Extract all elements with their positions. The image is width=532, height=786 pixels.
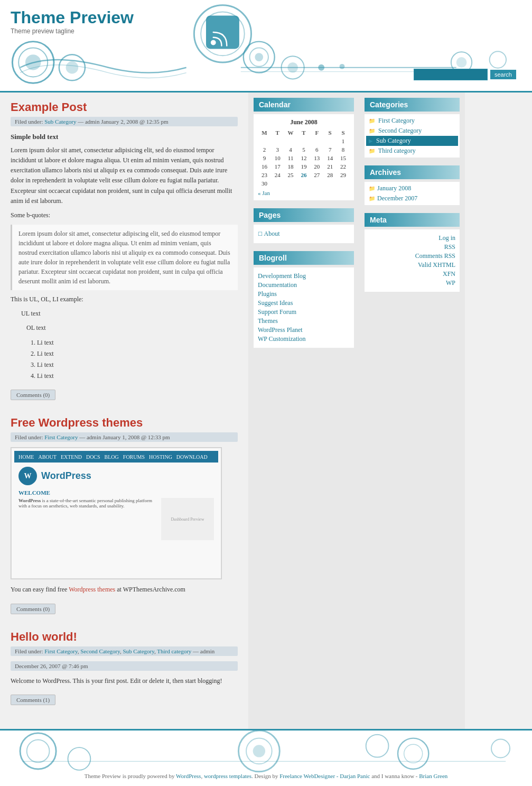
meta-login[interactable]: Log in [438,234,455,242]
blogroll-link-2[interactable]: Plugins [258,290,277,298]
cal-cell: 11 [284,154,297,162]
list-item: WP Customization [258,335,350,344]
footer-text: Theme Preview is proudly powered by Word… [0,773,532,779]
footer-wp-link[interactable]: WordPress [176,773,201,779]
wp-themes-link[interactable]: Wordpress themes [69,586,115,593]
footer-designer-link[interactable]: Freelance WebDesigner - Darjan Panic [279,773,370,779]
blogroll-link-1[interactable]: Documentation [258,281,297,289]
cal-row-1: 1 [258,137,350,145]
footer-templates-link[interactable]: wordpress templates [204,773,251,779]
list-item: Li text [37,349,238,359]
cal-cell: 22 [337,162,350,171]
archive-icon: 📁 [369,196,375,201]
cal-row-6: 30 [258,179,350,188]
meta-wp[interactable]: WP [446,279,455,286]
cal-th-w: W [284,128,297,137]
page-link-about[interactable]: About [264,230,280,237]
wp-nav-docs: DOCS [86,454,100,460]
post-title-link-hello[interactable]: Hello world! [11,630,77,643]
wp-nav-about: ABOUT [38,454,56,460]
list-item: Plugins [258,290,350,299]
post-title-hello: Hello world! [11,630,238,644]
list-item: Suggest Ideas [258,299,350,308]
cal-cell: 28 [323,171,337,179]
comments-link-wp[interactable]: Comments (0) [11,604,55,614]
svg-point-4 [66,61,79,74]
wp-nav-forums: FORUMS [123,454,145,460]
archive-link-dec2007[interactable]: 📁 December 2007 [369,195,455,202]
post-category-link[interactable]: Sub Category [44,118,76,125]
cat-link-first[interactable]: First Category [44,648,78,654]
categories-widget-title: Categories [365,98,460,112]
meta-comments-rss[interactable]: Comments RSS [415,252,455,260]
post-meta-wp-themes: Filed under: First Category — admin Janu… [11,432,238,442]
svg-point-26 [253,745,265,757]
post-blockquote: Lorem ipsum dolor sit amet, consectetur … [11,225,238,290]
post-wp-themes: Free Wordpress themes Filed under: First… [11,416,238,614]
cal-cell [297,179,311,188]
list-item: Support Forum [258,308,350,317]
meta-list: Log in RSS Comments RSS Valid XHTML XFN … [369,234,455,288]
svg-point-25 [246,738,272,764]
cat-link-sub[interactable]: Sub Category [376,137,411,144]
cat-link-sub[interactable]: Sub Category [123,648,154,654]
cat-link-third[interactable]: Third category [157,648,191,654]
blogroll-link-3[interactable]: Suggest Ideas [258,299,293,307]
site-footer: Theme Preview is proudly powered by Word… [0,729,532,786]
cat-link-second[interactable]: Second Category [80,648,120,654]
post-title-link-wp-themes[interactable]: Free Wordpress themes [11,416,143,429]
meta-valid-xhtml[interactable]: Valid XHTML [418,261,455,269]
blogroll-link-0[interactable]: Development Blog [258,272,306,280]
post-title-link-example[interactable]: Example Post [11,100,87,114]
cal-cell: 3 [271,145,284,154]
cal-cell: 1 [337,137,350,145]
blogroll-link-4[interactable]: Support Forum [258,308,296,316]
cal-cell: 21 [323,162,337,171]
wp-nav-extend: EXTEND [61,454,82,460]
main-content: Example Post Filed under: Sub Category —… [0,93,248,729]
meta-xfn[interactable]: XFN [443,270,455,278]
cal-prev-link[interactable]: « Jan [258,190,270,196]
meta-rss[interactable]: RSS [444,243,455,251]
wp-logo: W [18,467,37,485]
cal-cell: 18 [284,162,297,171]
cal-cell: 6 [310,145,323,154]
search-input[interactable] [414,69,488,80]
archive-link-jan2008[interactable]: 📁 January 2008 [369,184,455,192]
comments-link-example[interactable]: Comments (0) [11,390,55,400]
blogroll-link-5[interactable]: Themes [258,317,278,325]
cal-link-26[interactable]: 26 [301,172,306,178]
list-item: Comments RSS [369,252,455,261]
calendar-month: June 2008 [258,118,350,126]
calendar-widget: Calendar June 2008 M T W T F S [254,98,354,200]
cat-link-third[interactable]: Third category [378,147,416,154]
cat-link-first[interactable]: First Category [378,117,415,124]
post-category-link-wp[interactable]: First Category [44,434,78,440]
folder-icon: ▶ [369,138,373,144]
hello-text: Welcome to WordPress. This is your first… [11,676,238,686]
blogroll-list: Development Blog Documentation Plugins S… [258,272,350,344]
svg-point-21 [20,733,56,769]
svg-point-27 [366,735,389,757]
calendar-content: June 2008 M T W T F S S [254,114,354,200]
svg-point-28 [398,738,428,769]
site-tagline: Theme preview tagline [11,27,521,35]
search-button[interactable]: search [490,70,516,79]
list-item: XFN [369,270,455,279]
meta-widget: Meta Log in RSS Comments RSS Valid XHTML… [365,213,460,292]
ol-list: Li text Li text Li text Li text [37,338,238,382]
cal-cell: 26 [297,171,311,179]
blogroll-link-7[interactable]: WP Customization [258,335,306,343]
post-date-hello: December 26, 2007 @ 7:46 pm [11,661,238,671]
comments-link-hello[interactable]: Comments (1) [11,695,55,705]
cat-link-second[interactable]: Second Category [378,127,422,134]
cal-th-s1: S [323,128,337,137]
blogroll-link-6[interactable]: WordPress Planet [258,326,303,334]
cal-cell [271,179,284,188]
list-item: RSS [369,243,455,252]
footer-brian-link[interactable]: Brian Green [419,773,447,779]
sidebar-right: Categories 📁 First Category 📁 Second Cat… [359,93,465,729]
cal-cell: 15 [337,154,350,162]
list-item: 📁 January 2008 [366,183,458,193]
list-item: Documentation [258,281,350,290]
